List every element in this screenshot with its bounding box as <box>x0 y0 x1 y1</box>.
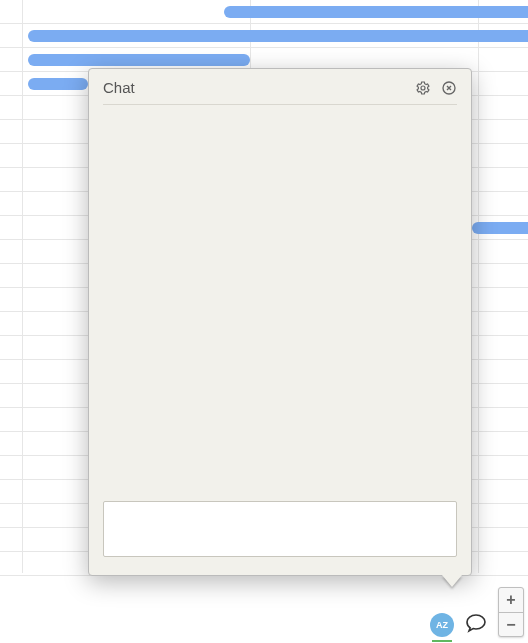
chat-header-icons <box>415 80 457 96</box>
zoom-in-button[interactable]: + <box>499 588 523 612</box>
chat-panel-pointer <box>442 575 462 587</box>
presence-indicator <box>432 640 452 642</box>
chat-messages <box>103 105 457 501</box>
chat-panel: Chat <box>88 68 472 576</box>
gear-icon[interactable] <box>415 80 431 96</box>
chat-icon <box>464 611 488 635</box>
chat-input-wrap <box>103 501 457 561</box>
gantt-bar[interactable] <box>224 6 528 18</box>
gantt-row <box>0 24 528 48</box>
bottom-controls: AZ + − <box>430 587 524 637</box>
zoom-out-button[interactable]: − <box>499 612 523 636</box>
chat-title: Chat <box>103 79 135 96</box>
avatar-initials: AZ <box>436 620 448 630</box>
close-icon[interactable] <box>441 80 457 96</box>
avatar[interactable]: AZ <box>430 613 454 637</box>
gantt-bar[interactable] <box>472 222 528 234</box>
chat-header: Chat <box>103 79 457 105</box>
gantt-bar[interactable] <box>28 54 250 66</box>
chat-input[interactable] <box>103 501 457 557</box>
svg-point-0 <box>421 86 425 90</box>
gantt-bar[interactable] <box>28 30 528 42</box>
chat-toggle-button[interactable] <box>462 609 490 637</box>
gantt-bar[interactable] <box>28 78 88 90</box>
gantt-row <box>0 0 528 24</box>
zoom-controls: + − <box>498 587 524 637</box>
